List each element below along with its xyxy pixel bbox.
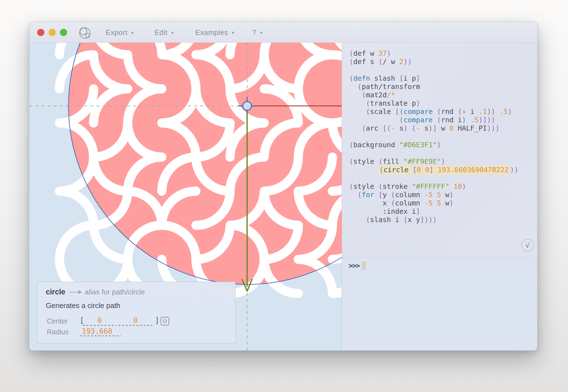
menu-help-label: ? [252,28,256,37]
close-button[interactable] [37,29,44,36]
chevron-down-icon: ▼ [130,30,134,35]
radius-label: Radius [47,328,69,336]
app-window: Export ▼ Edit ▼ Examples ▼ ? ▼ [29,22,537,351]
function-alias: alias for path/circle [85,288,145,296]
menu-help[interactable]: ? ▼ [252,22,263,43]
menu-export[interactable]: Export ▼ [106,22,135,43]
check-icon: √ [526,241,530,250]
vec2-picker-button[interactable] [161,317,169,325]
radius-underline [80,335,121,336]
menu-export-label: Export [106,28,127,37]
center-x-input[interactable]: 0 [83,316,116,326]
radius-input[interactable]: 193.660 [80,327,121,337]
circle-icon [163,319,167,323]
function-description: Generates a circle path [46,301,120,310]
evaluate-button[interactable]: √ [521,239,534,252]
app-logo-icon [79,27,91,39]
chevron-down-icon: ▼ [171,30,174,35]
right-panel: (def w 37)(def s (/ w 2)) (defn slash [i… [342,43,537,351]
menu-examples[interactable]: Examples ▼ [195,22,235,43]
repl-prompt: >>> [349,262,359,270]
code-editor[interactable]: (def w 37)(def s (/ w 2)) (defn slash [i… [342,43,537,258]
code-lines: (def w 37)(def s (/ w 2)) (defn slash [i… [349,49,537,224]
menu-examples-label: Examples [195,28,228,37]
close-bracket: ] [155,316,159,325]
center-y-underline [118,325,153,326]
alias-arrow-icon [69,292,81,292]
repl-console[interactable]: >>> [342,258,537,351]
function-inspector-panel: circle alias for path/circle Generates a… [37,282,235,343]
center-y-input[interactable]: 0 [118,316,153,326]
center-label: Center [47,317,68,325]
traffic-lights [37,29,67,36]
menu-bar: Export ▼ Edit ▼ Examples ▼ ? ▼ [29,22,537,43]
center-x-underline [83,325,116,326]
center-handle[interactable] [243,102,252,110]
chevron-down-icon: ▼ [231,30,235,35]
zoom-button[interactable] [60,29,67,36]
function-name: circle [46,288,65,296]
repl-cursor [361,262,366,270]
minimize-button[interactable] [49,29,56,36]
canvas-viewport[interactable]: circle alias for path/circle Generates a… [29,43,342,351]
chevron-down-icon: ▼ [259,30,263,35]
menu-edit[interactable]: Edit ▼ [154,22,174,43]
menu-edit-label: Edit [154,28,168,37]
